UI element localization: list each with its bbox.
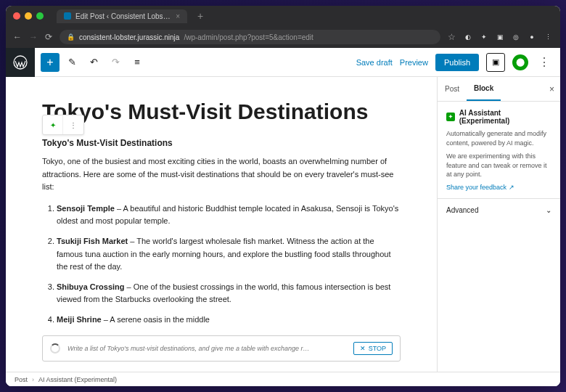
sidebar-ai-section: ✦ AI Assistant (Experimental) Automatica…	[438, 102, 560, 199]
sidebar-advanced-toggle[interactable]: Advanced ⌄	[438, 199, 560, 221]
editor-canvas[interactable]: Tokyo's Must-Visit Destinations ✦ ⋮ Toky…	[6, 77, 437, 372]
stop-button[interactable]: ✕ STOP	[353, 342, 393, 355]
toolbar-right: Save draft Preview Publish ▣ ⬤ ⋮	[356, 53, 560, 72]
list-item[interactable]: Tsukiji Fish Market – The world's larges…	[57, 235, 401, 274]
block-more-icon[interactable]: ⋮	[63, 115, 83, 134]
browser-tab[interactable]: Edit Post ‹ Consistent Lobst… ×	[57, 9, 187, 23]
edit-mode-icon[interactable]: ✎	[62, 53, 81, 72]
breadcrumb-separator-icon: ›	[32, 376, 34, 383]
ai-badge-icon: ✦	[446, 113, 455, 121]
breadcrumb-item[interactable]: AI Assistant (Experimental)	[38, 376, 117, 383]
favicon-icon	[64, 12, 71, 20]
extension-icon[interactable]: ▣	[495, 32, 505, 42]
titlebar: Edit Post ‹ Consistent Lobst… × +	[6, 6, 560, 26]
url-path: /wp-admin/post.php?post=5&action=edit	[184, 33, 313, 41]
preview-button[interactable]: Preview	[400, 58, 428, 67]
document-outline-icon[interactable]: ≡	[128, 53, 147, 72]
publish-button[interactable]: Publish	[435, 54, 479, 71]
add-block-button[interactable]: +	[41, 53, 60, 72]
content-paragraph[interactable]: Tokyo, one of the busiest and most excit…	[42, 155, 401, 194]
close-tab-icon[interactable]: ×	[176, 12, 180, 20]
wordpress-logo-icon[interactable]	[6, 48, 35, 77]
loading-spinner-icon	[50, 343, 60, 354]
list-item[interactable]: Sensoji Temple – A beautiful and histori…	[57, 203, 401, 228]
jetpack-icon[interactable]: ⬤	[512, 54, 528, 70]
breadcrumb-item[interactable]: Post	[15, 376, 28, 383]
chevron-down-icon: ⌄	[546, 206, 551, 214]
sidebar-section-title: ✦ AI Assistant (Experimental)	[446, 109, 551, 125]
ai-prompt-input[interactable]	[67, 345, 346, 352]
post-title[interactable]: Tokyo's Must-Visit Destinations	[42, 99, 401, 125]
tab-post[interactable]: Post	[438, 78, 467, 100]
forward-icon[interactable]: →	[29, 32, 38, 42]
extension-icons: ◐ ✦ ▣ ◎ ● ⋮	[463, 32, 553, 42]
lock-icon: 🔒	[67, 33, 75, 41]
wordpress-editor: + ✎ ↶ ↷ ≡ Save draft Preview Publish ▣ ⬤…	[6, 48, 560, 386]
url-domain: consistent-lobster.jurassic.ninja	[79, 33, 179, 41]
list-item[interactable]: Shibuya Crossing – One of the busiest cr…	[57, 281, 401, 306]
minimize-window-icon[interactable]	[25, 12, 32, 20]
content-list[interactable]: Sensoji Temple – A beautiful and histori…	[42, 203, 401, 327]
settings-sidebar: Post Block × ✦ AI Assistant (Experimenta…	[437, 77, 560, 372]
new-tab-icon[interactable]: +	[197, 10, 203, 22]
browser-menu-icon[interactable]: ⋮	[543, 32, 553, 42]
tab-block[interactable]: Block	[467, 77, 501, 101]
list-item[interactable]: Meiji Shrine – A serene oasis in the mid…	[57, 314, 401, 327]
settings-panel-toggle-icon[interactable]: ▣	[486, 53, 505, 72]
block-toolbar: ✦ ⋮	[42, 115, 84, 135]
editor-body: Tokyo's Must-Visit Destinations ✦ ⋮ Toky…	[6, 77, 560, 372]
profile-avatar-icon[interactable]: ●	[527, 32, 537, 42]
browser-window: Edit Post ‹ Consistent Lobst… × + ← → ⟳ …	[6, 6, 560, 386]
sidebar-tabs: Post Block ×	[438, 77, 560, 102]
reload-icon[interactable]: ⟳	[45, 32, 52, 42]
extension-icon[interactable]: ◎	[511, 32, 521, 42]
close-window-icon[interactable]	[13, 12, 20, 20]
sidebar-ai-note: We are experimenting with this feature a…	[446, 152, 551, 179]
window-controls	[13, 12, 44, 20]
editor-topbar: + ✎ ↶ ↷ ≡ Save draft Preview Publish ▣ ⬤…	[6, 48, 560, 77]
sidebar-ai-desc: Automatically generate and modify conten…	[446, 129, 551, 147]
feedback-link[interactable]: Share your feedback ↗	[446, 184, 551, 191]
content-subheading[interactable]: Tokyo's Must-Visit Destinations	[42, 138, 401, 148]
url-input[interactable]: 🔒 consistent-lobster.jurassic.ninja /wp-…	[60, 30, 440, 44]
save-draft-button[interactable]: Save draft	[356, 58, 393, 67]
extension-icon[interactable]: ◐	[463, 32, 473, 42]
bookmark-star-icon[interactable]: ☆	[448, 32, 456, 42]
toolbar-left: + ✎ ↶ ↷ ≡	[35, 53, 147, 72]
close-sidebar-icon[interactable]: ×	[549, 84, 554, 94]
tab-title: Edit Post ‹ Consistent Lobst…	[75, 12, 171, 20]
more-options-icon[interactable]: ⋮	[536, 55, 553, 69]
address-bar: ← → ⟳ 🔒 consistent-lobster.jurassic.ninj…	[6, 26, 560, 48]
undo-icon[interactable]: ↶	[84, 53, 103, 72]
ai-block-icon[interactable]: ✦	[43, 115, 63, 134]
redo-icon[interactable]: ↷	[106, 53, 125, 72]
editor-footer-breadcrumb: Post › AI Assistant (Experimental)	[6, 372, 560, 386]
back-icon[interactable]: ←	[13, 32, 22, 42]
extension-icon[interactable]: ✦	[479, 32, 489, 42]
ai-assistant-input: ✕ STOP	[42, 335, 401, 362]
maximize-window-icon[interactable]	[36, 12, 44, 20]
